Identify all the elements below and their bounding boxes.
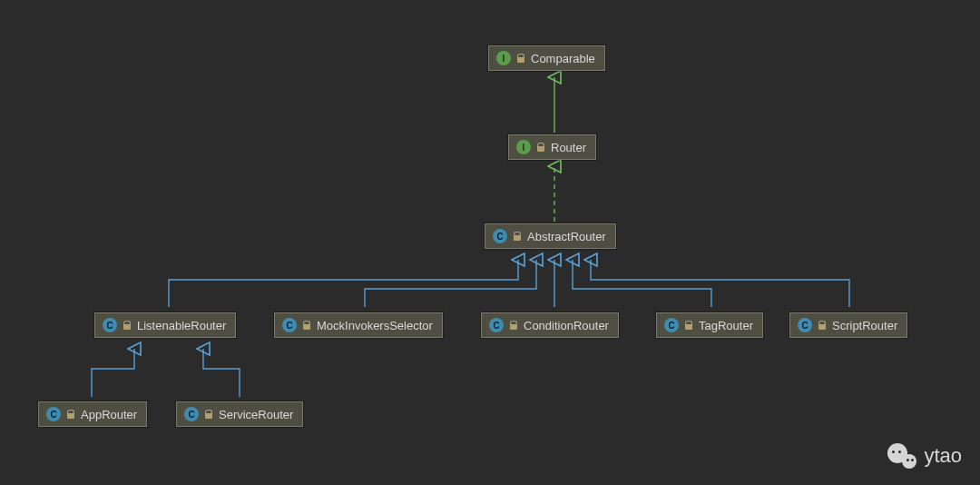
- node-label: Router: [551, 141, 586, 154]
- class-icon: [103, 318, 117, 332]
- lock-icon: [516, 54, 525, 63]
- node-label: ListenableRouter: [137, 319, 226, 332]
- class-icon: [664, 318, 679, 332]
- node-conditionrouter[interactable]: ConditionRouter: [481, 312, 619, 338]
- node-label: MockInvokersSelector: [317, 319, 433, 332]
- watermark: ytao: [887, 443, 962, 469]
- lock-icon: [204, 410, 213, 419]
- interface-icon: [496, 51, 511, 65]
- node-servicerouter[interactable]: ServiceRouter: [176, 401, 303, 427]
- node-mockinvokersselector[interactable]: MockInvokersSelector: [274, 312, 443, 338]
- class-icon: [798, 318, 812, 332]
- lock-icon: [509, 321, 518, 330]
- node-label: ServiceRouter: [219, 408, 293, 421]
- class-icon: [184, 407, 199, 421]
- node-label: ScriptRouter: [832, 319, 897, 332]
- node-label: ConditionRouter: [524, 319, 609, 332]
- interface-icon: [516, 140, 531, 154]
- lock-icon: [513, 232, 522, 241]
- wechat-icon: [887, 443, 916, 469]
- class-icon: [46, 407, 61, 421]
- class-icon: [282, 318, 297, 332]
- lock-icon: [122, 321, 132, 330]
- node-approuter[interactable]: AppRouter: [38, 401, 147, 427]
- node-scriptrouter[interactable]: ScriptRouter: [789, 312, 907, 338]
- node-listenablerouter[interactable]: ListenableRouter: [94, 312, 236, 338]
- node-tagrouter[interactable]: TagRouter: [656, 312, 763, 338]
- lock-icon: [684, 321, 693, 330]
- lock-icon: [66, 410, 75, 419]
- node-abstractrouter[interactable]: AbstractRouter: [485, 223, 616, 249]
- lock-icon: [302, 321, 311, 330]
- node-label: TagRouter: [699, 319, 753, 332]
- lock-icon: [536, 143, 545, 152]
- node-label: AbstractRouter: [527, 230, 606, 243]
- node-label: AppRouter: [81, 408, 137, 421]
- lock-icon: [818, 321, 827, 330]
- node-router[interactable]: Router: [508, 134, 596, 160]
- watermark-text: ytao: [924, 444, 962, 468]
- node-comparable[interactable]: Comparable: [488, 45, 605, 71]
- class-icon: [493, 229, 507, 243]
- class-icon: [489, 318, 504, 332]
- node-label: Comparable: [531, 52, 595, 65]
